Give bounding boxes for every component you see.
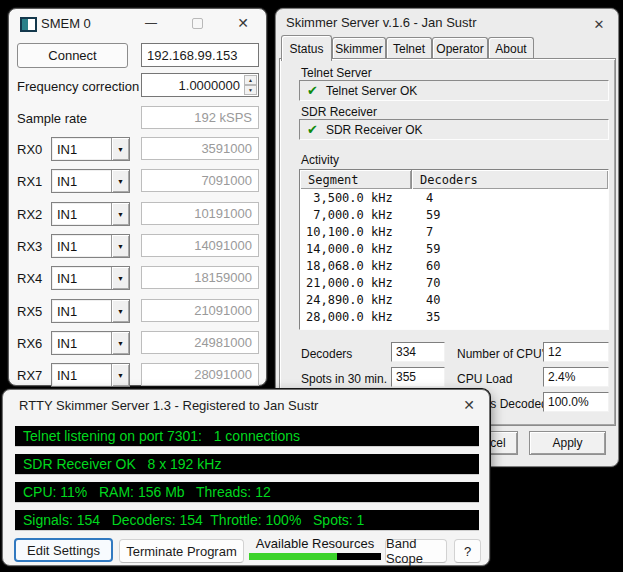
table-row[interactable]: 10,100.0 kHz 7 (300, 223, 608, 240)
freq-correction-label: Frequency correction (17, 79, 139, 94)
decoders-cell: 7 (418, 225, 433, 239)
spin-up-icon[interactable]: ▲ (244, 75, 257, 85)
chevron-down-icon[interactable]: ▼ (111, 235, 129, 257)
cpu-load-field[interactable]: 2.4% (543, 367, 609, 387)
rx3-freq-field: 14091000 (141, 234, 259, 257)
rx1-source-value: IN1 (57, 174, 111, 189)
tab-about[interactable]: About (488, 37, 534, 59)
segment-cell: 24,890.0 kHz (300, 293, 418, 307)
console-text: SDR Receiver OK 8 x 192 kHz (23, 456, 221, 472)
segment-column-header[interactable]: Segment (300, 170, 412, 189)
tab-status[interactable]: Status (281, 35, 332, 61)
signals-console-line: Signals: 154 Decoders: 154 Throttle: 100… (15, 510, 479, 530)
cpu-console-line: CPU: 11% RAM: 156 Mb Threads: 12 (15, 482, 479, 502)
rx4-freq-field: 18159000 (141, 266, 259, 289)
rx2-source-select[interactable]: IN1 ▼ (51, 202, 130, 226)
tab-telnet[interactable]: Telnet (386, 37, 432, 59)
segment-cell: 3,500.0 kHz (300, 191, 418, 205)
console-text: Signals: 154 Decoders: 154 Throttle: 100… (23, 512, 364, 528)
close-button[interactable]: ✕ (590, 15, 608, 33)
terminate-program-button[interactable]: Terminate Program (119, 539, 244, 563)
rx0-source-select[interactable]: IN1 ▼ (51, 137, 130, 161)
table-row[interactable]: 18,068.0 kHz 60 (300, 257, 608, 274)
rtty-titlebar[interactable]: RTTY Skimmer Server 1.3 - Registered to … (3, 390, 489, 420)
minimize-button[interactable]: — (141, 14, 161, 32)
rx7-source-select[interactable]: IN1 ▼ (51, 363, 130, 387)
smem-titlebar[interactable]: SMEM 0 — ✕ (9, 9, 266, 37)
sdr-receiver-group-label: SDR Receiver (301, 105, 377, 119)
signals-decoded-field[interactable]: 100.0% (543, 392, 609, 412)
spots-30min-field[interactable]: 355 (391, 367, 445, 387)
connect-button[interactable]: Connect (17, 43, 128, 68)
segment-cell: 18,068.0 kHz (300, 259, 418, 273)
table-row[interactable]: 14,000.0 kHz 59 (300, 240, 608, 257)
rx2-source-value: IN1 (57, 207, 111, 222)
activity-table: Segment Decoders 3,500.0 kHz 4 7,000.0 k… (299, 169, 609, 330)
rx1-source-select[interactable]: IN1 ▼ (51, 169, 130, 193)
apply-button[interactable]: Apply (529, 431, 606, 455)
rx5-source-select[interactable]: IN1 ▼ (51, 299, 130, 323)
decoders-column-header[interactable]: Decoders (412, 170, 608, 189)
table-row[interactable]: 24,890.0 kHz 40 (300, 291, 608, 308)
skimmer-titlebar[interactable]: Skimmer Server v.1.6 - Jan Sustr ✕ (276, 9, 618, 35)
chevron-down-icon[interactable]: ▼ (111, 300, 129, 322)
smem-window-title: SMEM 0 (41, 16, 91, 31)
available-resources-label: Available Resources (249, 536, 381, 551)
decoders-cell: 59 (418, 242, 440, 256)
close-button[interactable]: ✕ (459, 396, 479, 414)
activity-table-header: Segment Decoders (300, 170, 608, 189)
close-button[interactable]: ✕ (233, 14, 253, 32)
band-scope-button[interactable]: Band Scope (385, 539, 447, 563)
decoders-field[interactable]: 334 (391, 342, 445, 362)
sample-rate-label: Sample rate (17, 111, 87, 126)
number-of-cpus-field[interactable]: 12 (543, 342, 609, 362)
rx7-source-value: IN1 (57, 368, 111, 383)
rx4-source-select[interactable]: IN1 ▼ (51, 266, 130, 290)
rx4-source-value: IN1 (57, 271, 111, 286)
rx6-source-select[interactable]: IN1 ▼ (51, 331, 130, 355)
rtty-skimmer-window: RTTY Skimmer Server 1.3 - Registered to … (2, 389, 490, 566)
table-row[interactable]: 3,500.0 kHz 4 (300, 189, 608, 206)
rx1-freq-field: 7091000 (141, 169, 259, 192)
chevron-down-icon[interactable]: ▼ (111, 364, 129, 386)
freq-correction-input[interactable]: 1.0000000 ▲ ▼ (141, 73, 259, 97)
table-row[interactable]: 7,000.0 kHz 59 (300, 206, 608, 223)
freq-correction-value: 1.0000000 (179, 78, 240, 93)
ip-address-input[interactable]: 192.168.99.153 (141, 43, 259, 67)
smem-window: SMEM 0 — ✕ Connect 192.168.99.153 Freque… (8, 8, 267, 386)
maximize-button (187, 14, 207, 32)
rtty-window-title: RTTY Skimmer Server 1.3 - Registered to … (19, 398, 318, 413)
rx0-label: RX0 (17, 142, 42, 157)
decoders-cell: 60 (418, 259, 440, 273)
rx3-source-value: IN1 (57, 239, 111, 254)
chevron-down-icon[interactable]: ▼ (111, 203, 129, 225)
decoders-cell: 40 (418, 293, 440, 307)
edit-settings-button[interactable]: Edit Settings (14, 538, 113, 562)
spots-30min-label: Spots in 30 min. (301, 372, 387, 386)
segment-cell: 21,000.0 kHz (300, 276, 418, 290)
table-row[interactable]: 21,000.0 kHz 70 (300, 274, 608, 291)
spin-down-icon[interactable]: ▼ (244, 85, 257, 95)
console-text: CPU: 11% RAM: 156 Mb Threads: 12 (23, 484, 271, 500)
sample-rate-field: 192 kSPS (141, 106, 259, 129)
rx5-freq-field: 21091000 (141, 299, 259, 322)
decoders-cell: 70 (418, 276, 440, 290)
rx2-label: RX2 (17, 207, 42, 222)
telnet-server-group-label: Telnet Server (301, 66, 372, 80)
segment-cell: 10,100.0 kHz (300, 225, 418, 239)
chevron-down-icon[interactable]: ▼ (111, 267, 129, 289)
chevron-down-icon[interactable]: ▼ (111, 170, 129, 192)
chevron-down-icon[interactable]: ▼ (111, 138, 129, 160)
rx0-source-value: IN1 (57, 142, 111, 157)
table-row[interactable]: 28,000.0 kHz 35 (300, 308, 608, 325)
sdr-status-box: ✔ SDR Receiver OK (299, 119, 609, 140)
rx5-label: RX5 (17, 304, 42, 319)
freq-correction-stepper[interactable]: ▲ ▼ (244, 75, 257, 95)
chevron-down-icon[interactable]: ▼ (111, 332, 129, 354)
rx0-freq-field: 3591000 (141, 137, 259, 160)
help-button[interactable]: ? (454, 539, 481, 563)
tab-skimmer[interactable]: Skimmer (332, 37, 386, 59)
tab-operator[interactable]: Operator (432, 37, 488, 59)
rx3-source-select[interactable]: IN1 ▼ (51, 234, 130, 258)
sdr-status-text: SDR Receiver OK (326, 123, 423, 137)
